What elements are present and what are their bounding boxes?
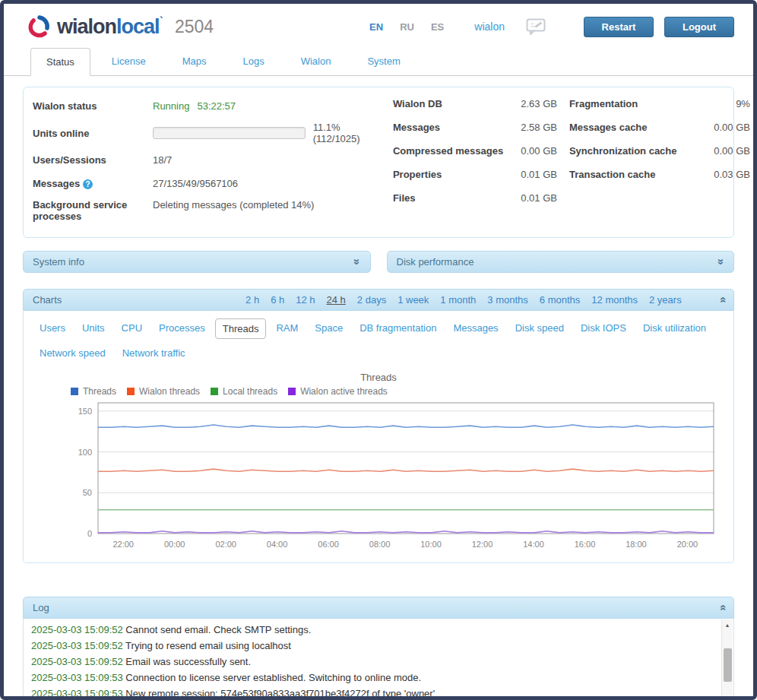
main-tabs: Status License Maps Logs Wialon System — [4, 48, 753, 76]
expand-chevron-icon[interactable]: » — [714, 258, 727, 264]
expand-chevron-icon[interactable]: » — [351, 258, 364, 264]
svg-text:06:00: 06:00 — [318, 540, 339, 549]
units-online-value: 11.1% (112/1025) — [313, 122, 381, 144]
files-value: 0.01 GB — [521, 192, 557, 208]
svg-text:18:00: 18:00 — [626, 540, 647, 549]
tab-wialon[interactable]: Wialon — [286, 48, 347, 76]
language-ru[interactable]: RU — [400, 21, 414, 33]
disk-performance-panel-header[interactable]: Disk performance » — [387, 251, 735, 273]
log-panel-header: Log » — [23, 597, 734, 619]
legend-item: Threads — [71, 386, 116, 397]
properties-label: Properties — [393, 169, 442, 185]
chart-tab-threads[interactable]: Threads — [215, 318, 267, 339]
range-6h[interactable]: 6 h — [271, 294, 284, 306]
system-info-panel-header[interactable]: System info » — [23, 251, 371, 273]
chart-tab-space[interactable]: Space — [308, 318, 350, 339]
log-entry: 2025-03-03 15:09:52 Trying to resend ema… — [31, 638, 718, 654]
range-2years[interactable]: 2 years — [649, 294, 682, 306]
collapse-chevron-icon[interactable]: » — [714, 296, 727, 302]
scroll-up-arrow-icon[interactable]: ▲ — [722, 619, 733, 631]
range-2h[interactable]: 2 h — [245, 294, 259, 306]
svg-text:20:00: 20:00 — [677, 540, 698, 549]
log-message: Email was successfully sent. — [125, 656, 251, 667]
log-scrollbar[interactable]: ▲ ▼ — [721, 619, 733, 700]
brand-tick: ˋ — [160, 15, 163, 28]
db-messages-label: Messages — [393, 122, 440, 138]
chart-tab-cpu[interactable]: CPU — [115, 318, 149, 339]
users-sessions-value: 18/7 — [153, 154, 172, 166]
header-actions: EN RU ES wialon Restart Logout — [369, 17, 734, 37]
wialon-db-label: Wialon DB — [393, 98, 442, 114]
language-en[interactable]: EN — [369, 21, 383, 33]
log-panel: Log » 2025-03-03 15:09:52 Cannot send em… — [23, 597, 734, 700]
language-es[interactable]: ES — [431, 21, 444, 33]
current-user-link[interactable]: wialon — [474, 21, 505, 33]
tab-maps[interactable]: Maps — [167, 48, 222, 76]
chart-tab-network-speed[interactable]: Network speed — [33, 344, 112, 363]
top-bar: wialonlocalˋ 2504 EN RU ES wialon Restar… — [4, 4, 753, 43]
collapse-chevron-icon[interactable]: » — [714, 604, 727, 610]
svg-text:10:00: 10:00 — [420, 540, 442, 549]
scroll-down-arrow-icon[interactable]: ▼ — [722, 692, 733, 700]
tab-logs[interactable]: Logs — [227, 48, 279, 76]
compressed-messages-label: Compressed messages — [393, 145, 503, 161]
chart-tab-db-fragmentation[interactable]: DB fragmentation — [353, 318, 443, 339]
range-1week[interactable]: 1 week — [398, 294, 429, 306]
log-panel-body: 2025-03-03 15:09:52 Cannot send email. C… — [23, 619, 734, 700]
chart-tab-disk-iops[interactable]: Disk IOPS — [574, 318, 633, 339]
logout-button[interactable]: Logout — [664, 17, 734, 37]
chart-tab-processes[interactable]: Processes — [152, 318, 212, 339]
chart-title: Threads — [24, 372, 733, 383]
scrollbar-thumb[interactable] — [724, 648, 732, 682]
tab-status[interactable]: Status — [30, 48, 90, 76]
chart-tab-ram[interactable]: RAM — [269, 318, 305, 339]
chart-tab-units[interactable]: Units — [75, 318, 112, 339]
charts-panel-body: Users Units CPU Processes Threads RAM Sp… — [23, 311, 734, 563]
chart-tab-disk-speed[interactable]: Disk speed — [508, 318, 571, 339]
chart-tab-messages[interactable]: Messages — [446, 318, 505, 339]
range-6months[interactable]: 6 months — [540, 294, 580, 306]
status-column-cache: Fragmentation9% Messages cache0.00 GB Sy… — [569, 98, 750, 230]
legend-swatch-icon — [288, 388, 296, 395]
transaction-cache-value: 0.03 GB — [714, 169, 750, 185]
messages-row: Messages? 27/135/49/9567106 — [33, 176, 381, 192]
range-1month[interactable]: 1 month — [440, 294, 476, 306]
feedback-chat-icon[interactable] — [526, 18, 546, 35]
svg-text:100: 100 — [78, 448, 92, 457]
restart-button[interactable]: Restart — [584, 17, 654, 37]
tab-license[interactable]: License — [97, 48, 161, 76]
db-messages-row: Messages2.58 GB — [393, 122, 557, 138]
log-message: Connection to license server established… — [125, 672, 421, 683]
wialon-db-row: Wialon DB2.63 GB — [393, 98, 557, 114]
chart-tab-users[interactable]: Users — [33, 318, 72, 339]
messages-label-text: Messages — [33, 178, 80, 189]
help-icon[interactable]: ? — [83, 179, 93, 189]
properties-row: Properties0.01 GB — [393, 169, 557, 185]
svg-text:22:00: 22:00 — [112, 540, 134, 549]
tab-system[interactable]: System — [352, 48, 415, 76]
range-12h[interactable]: 12 h — [296, 294, 315, 306]
log-timestamp: 2025-03-03 15:09:52 — [31, 640, 123, 651]
range-3months[interactable]: 3 months — [487, 294, 527, 306]
log-entry: 2025-03-03 15:09:52 Cannot send email. C… — [31, 622, 718, 638]
range-24h[interactable]: 24 h — [327, 294, 346, 306]
svg-text:16:00: 16:00 — [575, 540, 596, 549]
wialon-local-admin-page: wialonlocalˋ 2504 EN RU ES wialon Restar… — [0, 0, 757, 700]
chart-type-tabs: Users Units CPU Processes Threads RAM Sp… — [24, 315, 733, 366]
log-timestamp: 2025-03-03 15:09:53 — [31, 672, 123, 683]
log-timestamp: 2025-03-03 15:09:52 — [31, 624, 123, 635]
chart-legend: ThreadsWialon threadsLocal threadsWialon… — [71, 386, 733, 397]
chart-tab-disk-utilization[interactable]: Disk utilization — [636, 318, 713, 339]
time-range-selector: 2 h 6 h 12 h 24 h 2 days 1 week 1 month … — [234, 294, 682, 306]
charts-panel-header: Charts 2 h 6 h 12 h 24 h 2 days 1 week 1… — [23, 289, 734, 311]
transaction-cache-row: Transaction cache0.03 GB — [569, 169, 750, 185]
chart-tab-network-traffic[interactable]: Network traffic — [116, 344, 192, 363]
brand-wialon: wialon — [57, 15, 116, 38]
range-12months[interactable]: 12 months — [591, 294, 638, 306]
collapsed-panels-row: System info » Disk performance » — [23, 251, 734, 273]
range-2days[interactable]: 2 days — [357, 294, 386, 306]
sync-cache-value: 0.00 GB — [714, 145, 750, 161]
svg-text:02:00: 02:00 — [215, 540, 236, 549]
legend-item: Local threads — [211, 386, 277, 397]
brand-local: local — [116, 15, 160, 38]
